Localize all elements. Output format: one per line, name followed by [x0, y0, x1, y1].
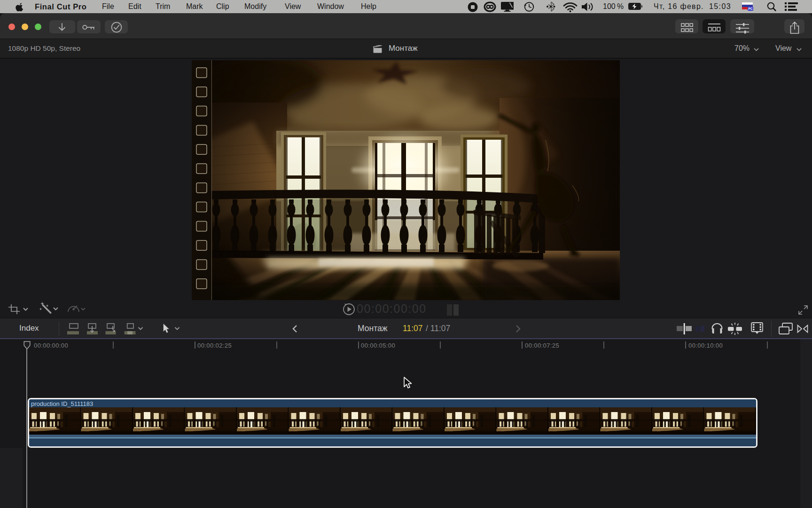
svg-text:РС: РС: [749, 7, 753, 10]
